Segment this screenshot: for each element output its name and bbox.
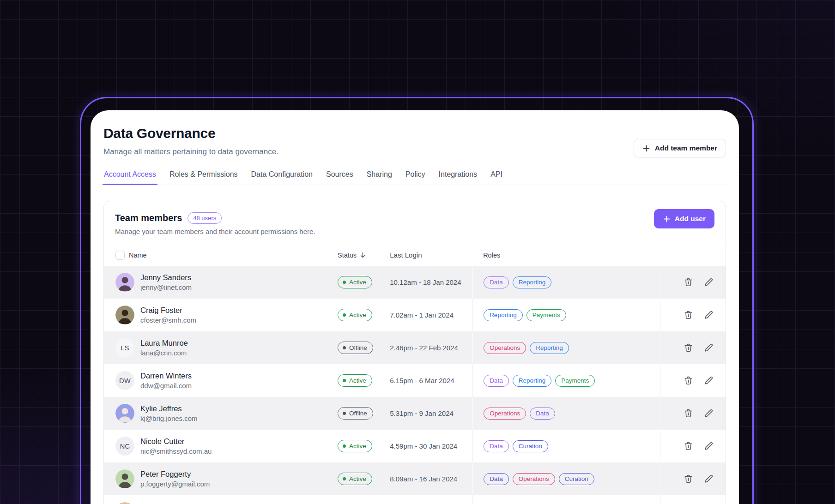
user-email: jenny@iinet.com bbox=[140, 283, 192, 292]
add-user-label: Add user bbox=[675, 215, 706, 223]
roles-list: ReportingPayments bbox=[472, 299, 660, 331]
trash-icon bbox=[684, 408, 693, 418]
role-badge: Reporting bbox=[513, 276, 552, 288]
role-badge: Operations bbox=[513, 473, 555, 485]
role-badge: Reporting bbox=[513, 375, 552, 387]
avatar bbox=[115, 404, 134, 423]
role-badge: Data bbox=[484, 473, 509, 485]
user-name: Sam Lacey bbox=[140, 503, 179, 504]
edit-button[interactable] bbox=[704, 408, 714, 418]
user-name: Peter Foggerty bbox=[140, 470, 210, 479]
plus-icon bbox=[642, 144, 650, 152]
edit-button[interactable] bbox=[704, 310, 714, 320]
tab-api[interactable]: API bbox=[490, 168, 503, 185]
status-badge: Offline bbox=[338, 407, 373, 420]
role-badge: Curation bbox=[513, 440, 548, 452]
tab-account-access[interactable]: Account Access bbox=[103, 168, 157, 185]
role-badge: Reporting bbox=[530, 342, 569, 354]
edit-button[interactable] bbox=[704, 376, 714, 385]
roles-list: DataCuration bbox=[472, 430, 660, 462]
user-name: Jenny Sanders bbox=[140, 273, 192, 282]
status-column-label: Status bbox=[338, 252, 357, 259]
avatar bbox=[115, 469, 134, 488]
table-header: Name Status Last Login Roles bbox=[104, 244, 726, 266]
last-login: 8.09am - 16 Jan 2024 bbox=[390, 475, 472, 483]
trash-icon bbox=[684, 343, 693, 353]
last-login: 5.31pm - 9 Jan 2024 bbox=[390, 409, 472, 417]
profile-photo bbox=[115, 469, 134, 488]
edit-button[interactable] bbox=[704, 474, 714, 484]
user-email: kj@brig.jones.com bbox=[140, 414, 198, 423]
avatar: LS bbox=[115, 338, 134, 357]
user-email: ddw@gmail.com bbox=[140, 382, 192, 390]
status-badge: Offline bbox=[338, 342, 373, 354]
status-badge: Active bbox=[338, 473, 372, 485]
role-badge: Operations bbox=[484, 408, 526, 420]
role-badge: Data bbox=[530, 408, 555, 420]
sort-descending-icon bbox=[359, 252, 366, 258]
role-badge: Data bbox=[484, 276, 509, 288]
role-badge: Reporting bbox=[484, 309, 523, 321]
last-login: 6.15pm - 6 Mar 2024 bbox=[390, 377, 472, 384]
tab-policy[interactable]: Policy bbox=[405, 168, 426, 185]
role-badge: Payments bbox=[526, 309, 566, 321]
tab-data-configuration[interactable]: Data Configuration bbox=[251, 168, 313, 185]
user-email: lana@cnn.com bbox=[140, 349, 188, 357]
delete-button[interactable] bbox=[684, 408, 693, 418]
roles-list: OperationsData bbox=[472, 397, 660, 430]
table-row: LS Laura Munroe lana@cnn.com Offline 2.4… bbox=[104, 331, 726, 364]
status-label: Active bbox=[349, 312, 366, 318]
pencil-icon bbox=[704, 343, 714, 353]
profile-photo bbox=[115, 306, 134, 324]
roles-list: DataOperationsCuration bbox=[472, 462, 660, 495]
edit-button[interactable] bbox=[704, 343, 714, 353]
pencil-icon bbox=[704, 441, 714, 451]
avatar bbox=[115, 502, 134, 504]
name-column-header: Name bbox=[129, 252, 147, 259]
trash-icon bbox=[684, 474, 693, 484]
role-badge: Operations bbox=[484, 342, 526, 354]
edit-button[interactable] bbox=[704, 277, 714, 287]
delete-button[interactable] bbox=[684, 376, 693, 385]
status-label: Active bbox=[349, 443, 366, 450]
delete-button[interactable] bbox=[684, 277, 693, 287]
status-badge: Active bbox=[338, 440, 372, 452]
delete-button[interactable] bbox=[684, 310, 693, 320]
pencil-icon bbox=[704, 408, 714, 418]
trash-icon bbox=[684, 310, 693, 320]
role-badge: Data bbox=[484, 440, 509, 452]
tab-sharing[interactable]: Sharing bbox=[366, 168, 393, 185]
panel-subtitle: Manage your team members and their accou… bbox=[115, 228, 714, 235]
edit-button[interactable] bbox=[704, 441, 714, 451]
status-dot bbox=[343, 313, 346, 317]
status-dot bbox=[343, 477, 346, 480]
add-user-button[interactable]: Add user bbox=[654, 209, 714, 228]
status-dot bbox=[343, 281, 346, 284]
add-team-member-button[interactable]: Add team member bbox=[634, 139, 726, 157]
pencil-icon bbox=[704, 376, 714, 385]
pencil-icon bbox=[704, 310, 714, 320]
pencil-icon bbox=[704, 277, 714, 287]
delete-button[interactable] bbox=[684, 474, 693, 484]
team-members-panel: Team members 48 users Manage your team m… bbox=[103, 201, 726, 504]
status-dot bbox=[343, 412, 346, 415]
pencil-icon bbox=[704, 474, 714, 484]
select-all-checkbox[interactable] bbox=[115, 251, 125, 260]
tab-roles-permissions[interactable]: Roles & Permissions bbox=[169, 168, 238, 185]
table-row: Sam Lacey Active 10.41am - 16 Jan 2024 R… bbox=[104, 495, 726, 504]
add-team-member-label: Add team member bbox=[655, 144, 717, 152]
trash-icon bbox=[684, 441, 693, 451]
table-row: Kylie Jeffres kj@brig.jones.com Offline … bbox=[104, 397, 726, 430]
user-email: p.foggerty@gmail.com bbox=[140, 480, 210, 488]
last-login: 4.59pm - 30 Jan 2024 bbox=[390, 442, 472, 450]
avatar: DW bbox=[115, 371, 134, 390]
status-dot bbox=[343, 346, 346, 349]
avatar bbox=[115, 306, 134, 324]
delete-button[interactable] bbox=[684, 441, 693, 451]
role-badge: Payments bbox=[555, 375, 595, 387]
delete-button[interactable] bbox=[684, 343, 693, 353]
last-login: 2.46pm - 22 Feb 2024 bbox=[390, 344, 472, 352]
tab-sources[interactable]: Sources bbox=[326, 168, 354, 185]
tab-integrations[interactable]: Integrations bbox=[438, 168, 478, 185]
status-column-header[interactable]: Status bbox=[338, 252, 366, 259]
